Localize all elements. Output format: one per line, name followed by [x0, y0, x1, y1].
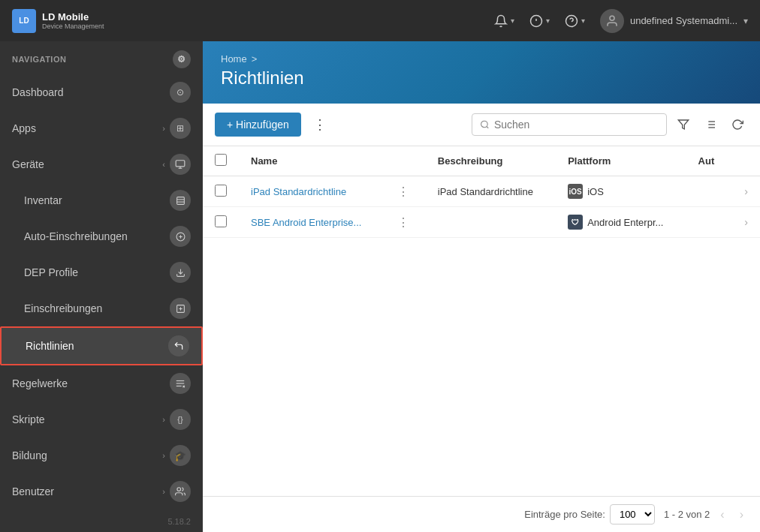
top-header: LD LD Mobile Device Management ▾ ▾ — [0, 0, 760, 41]
svg-marker-25 — [678, 120, 688, 129]
platform-label: Android Enterpr... — [587, 217, 663, 228]
entries-selector: Einträge pro Seite: 25 50 100 250 — [524, 504, 655, 524]
avatar — [600, 9, 624, 33]
col-aut: Aut — [686, 146, 730, 176]
sidebar-item-benutzer[interactable]: Benutzer › — [0, 473, 203, 509]
geraete-label: Geräte — [12, 158, 44, 170]
search-icon — [480, 119, 490, 130]
svg-point-22 — [177, 488, 181, 491]
row-aut — [686, 207, 730, 238]
logo-area: LD LD Mobile Device Management — [12, 9, 104, 33]
auto-einschreibungen-label: Auto-Einschreibungen — [24, 230, 128, 242]
sidebar-item-bildung[interactable]: Bildung › 🎓 — [0, 437, 203, 473]
dashboard-label: Dashboard — [12, 86, 64, 98]
richtlinien-icon — [168, 335, 189, 356]
bildung-label: Bildung — [12, 449, 47, 461]
logo-icon: LD — [12, 9, 36, 33]
svg-point-3 — [610, 16, 614, 20]
skripte-label: Skripte — [12, 413, 45, 425]
row-nav-chevron[interactable]: › — [730, 176, 760, 207]
sidebar-item-dep-profile[interactable]: DEP Profile — [0, 254, 203, 290]
toolbar: + Hinzufügen ⋮ — [203, 104, 760, 146]
svg-rect-7 — [176, 197, 184, 204]
platform-badge: 🛡 Android Enterpr... — [568, 215, 663, 230]
sidebar-item-dashboard[interactable]: Dashboard ⊙ — [0, 74, 203, 110]
user-chevron: ▾ — [743, 16, 748, 26]
row-name[interactable]: iPad Standardrichtline — [251, 186, 346, 197]
svg-line-24 — [487, 126, 488, 128]
breadcrumb-home[interactable]: Home — [221, 53, 247, 65]
sidebar-item-auto-einschreibungen[interactable]: Auto-Einschreibungen — [0, 218, 203, 254]
row-name[interactable]: SBE Android Enterprise... — [251, 217, 361, 228]
platform-icon: iOS — [568, 184, 583, 199]
row-nav-chevron[interactable]: › — [730, 207, 760, 238]
content-area: Home > Richtlinien + Hinzufügen ⋮ — [203, 41, 760, 532]
dashboard-icon: ⊙ — [170, 82, 191, 103]
inventar-icon — [170, 190, 191, 211]
table-row[interactable]: SBE Android Enterprise... ⋮ 🛡 Android En… — [203, 207, 760, 238]
platform-icon: 🛡 — [568, 215, 583, 230]
sidebar-item-richtlinien[interactable]: Richtlinien — [0, 326, 203, 365]
col-nav — [730, 146, 760, 176]
list-view-button[interactable] — [700, 116, 721, 134]
list-icon — [704, 119, 716, 131]
benutzer-icon — [170, 481, 191, 502]
pagination: 1 - 2 von 2 ‹ › — [664, 506, 748, 523]
benutzer-label: Benutzer — [12, 485, 54, 497]
help-button[interactable]: ▾ — [565, 14, 585, 28]
row-checkbox[interactable] — [215, 185, 227, 197]
entries-label: Einträge pro Seite: — [524, 509, 605, 520]
sidebar-item-regelwerke[interactable]: Regelwerke — [0, 365, 203, 401]
platform-badge: iOS iOS — [568, 184, 604, 199]
sidebar-item-geraete[interactable]: Geräte ‹ — [0, 146, 203, 182]
table-row[interactable]: iPad Standardrichtline ⋮ iPad Standardri… — [203, 176, 760, 207]
inventar-label: Inventar — [24, 194, 62, 206]
einschreibungen-label: Einschreibungen — [24, 302, 102, 314]
nav-gear-icon[interactable]: ⚙ — [173, 50, 191, 68]
dep-profile-label: DEP Profile — [24, 266, 78, 278]
apps-arrow: › — [162, 124, 165, 133]
nav-label: NAVIGATION ⚙ — [0, 41, 203, 74]
sidebar: NAVIGATION ⚙ Dashboard ⊙ Apps › ⊞ Geräte — [0, 41, 203, 532]
sidebar-item-skripte[interactable]: Skripte › {} — [0, 401, 203, 437]
next-page-button[interactable]: › — [735, 506, 748, 523]
geraete-icon — [170, 154, 191, 175]
pagination-info: 1 - 2 von 2 — [664, 509, 710, 520]
row-actions-button[interactable]: ⋮ — [397, 216, 410, 229]
search-box — [472, 113, 667, 136]
page-title: Richtlinien — [221, 68, 742, 89]
col-name: Name — [239, 146, 385, 176]
skripte-icon: {} — [170, 409, 191, 430]
regelwerke-icon — [170, 373, 191, 394]
dep-profile-icon — [170, 262, 191, 283]
bildung-arrow: › — [162, 451, 165, 460]
svg-point-23 — [481, 121, 488, 128]
search-input[interactable] — [494, 119, 659, 131]
table-footer: Einträge pro Seite: 25 50 100 250 1 - 2 … — [203, 496, 760, 532]
col-actions — [385, 146, 425, 176]
select-all-checkbox[interactable] — [215, 154, 227, 166]
add-button[interactable]: + Hinzufügen — [215, 113, 301, 137]
notifications-button[interactable]: ▾ — [494, 14, 514, 28]
bildung-icon: 🎓 — [170, 445, 191, 466]
row-checkbox[interactable] — [215, 215, 227, 227]
header-right: ▾ ▾ ▾ undefined Systemadm — [494, 9, 748, 33]
filter-button[interactable] — [673, 116, 694, 134]
user-label: undefined Systemadmi... — [630, 15, 737, 26]
user-menu[interactable]: undefined Systemadmi... ▾ — [600, 9, 748, 33]
entries-per-page-select[interactable]: 25 50 100 250 — [610, 504, 655, 524]
refresh-button[interactable] — [727, 116, 748, 134]
more-button[interactable]: ⋮ — [307, 115, 333, 134]
sidebar-item-apps[interactable]: Apps › ⊞ — [0, 110, 203, 146]
sidebar-item-einschreibungen[interactable]: Einschreibungen — [0, 290, 203, 326]
platform-label: iOS — [587, 186, 604, 197]
col-beschreibung: Beschreibung — [426, 146, 556, 176]
prev-page-button[interactable]: ‹ — [716, 506, 728, 523]
logo-text: LD Mobile — [42, 11, 104, 23]
sidebar-item-inventar[interactable]: Inventar — [0, 182, 203, 218]
updates-button[interactable]: ▾ — [529, 14, 550, 28]
row-aut — [686, 176, 730, 207]
row-actions-button[interactable]: ⋮ — [397, 185, 410, 198]
page-header: Home > Richtlinien — [203, 41, 760, 104]
regelwerke-label: Regelwerke — [12, 377, 68, 389]
